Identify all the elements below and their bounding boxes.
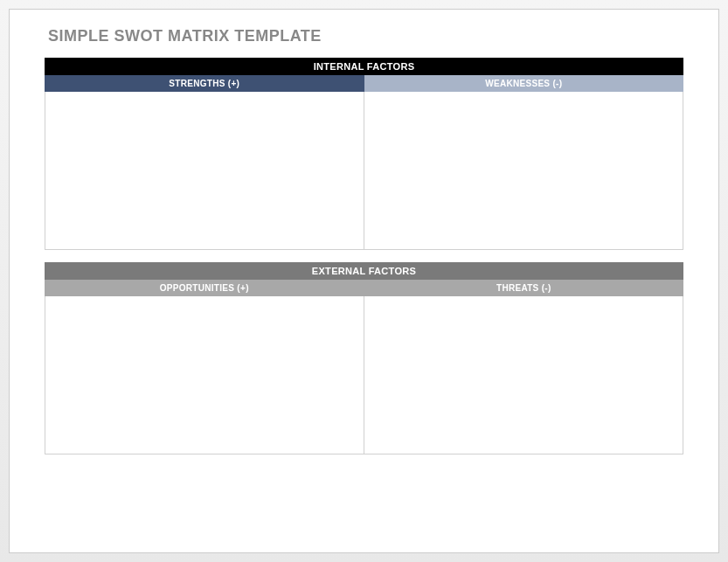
page-title: SIMPLE SWOT MATRIX TEMPLATE — [48, 27, 683, 45]
threats-header: THREATS (-) — [364, 280, 684, 296]
weaknesses-header: WEAKNESSES (-) — [364, 75, 684, 92]
opportunities-header: OPPORTUNITIES (+) — [45, 280, 364, 296]
weaknesses-cell[interactable] — [364, 92, 683, 249]
external-column-headers: OPPORTUNITIES (+) THREATS (-) — [45, 280, 683, 296]
external-factors-section: EXTERNAL FACTORS OPPORTUNITIES (+) THREA… — [45, 262, 683, 454]
strengths-cell[interactable] — [45, 92, 364, 249]
document-page: SIMPLE SWOT MATRIX TEMPLATE INTERNAL FAC… — [9, 9, 719, 553]
threats-cell[interactable] — [364, 296, 683, 454]
opportunities-cell[interactable] — [45, 296, 364, 454]
internal-factors-section: INTERNAL FACTORS STRENGTHS (+) WEAKNESSE… — [45, 58, 683, 250]
strengths-header: STRENGTHS (+) — [45, 75, 364, 92]
internal-factors-header: INTERNAL FACTORS — [45, 58, 683, 75]
internal-content-row — [45, 92, 683, 250]
external-factors-header: EXTERNAL FACTORS — [45, 262, 683, 280]
external-content-row — [45, 296, 683, 454]
internal-column-headers: STRENGTHS (+) WEAKNESSES (-) — [45, 75, 683, 92]
